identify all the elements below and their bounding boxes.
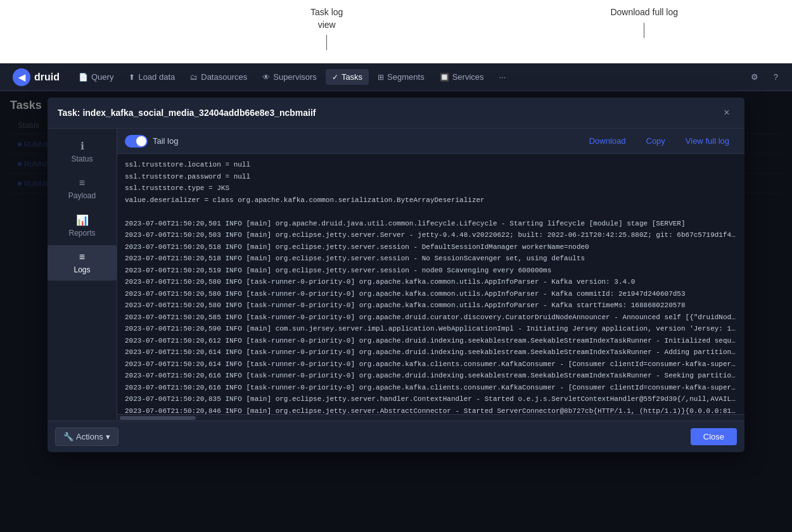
- nav-more[interactable]: ···: [493, 69, 513, 85]
- log-line: 2023-07-06T21:50:20,835 INFO [main] org.…: [125, 393, 737, 405]
- task-modal: Task: index_kafka_social_media_32404addb…: [48, 98, 744, 452]
- log-line: 2023-07-06T21:50:20,519 INFO [main] org.…: [125, 265, 737, 277]
- nav-supervisors-label: Supervisors: [273, 72, 317, 82]
- modal-overlay: Task: index_kafka_social_media_32404addb…: [0, 91, 792, 532]
- help-icon: ?: [774, 72, 778, 82]
- log-line: 2023-07-06T21:50:20,580 INFO [task-runne…: [125, 288, 737, 300]
- nav-services[interactable]: 🔲 Services: [433, 69, 490, 85]
- log-scrollbar-horizontal[interactable]: [117, 414, 744, 421]
- reports-tab-label: Reports: [68, 229, 95, 238]
- nav-datasources[interactable]: 🗂 Datasources: [184, 69, 253, 85]
- tasks-icon: ✓: [332, 73, 338, 82]
- log-line: value.deserializer = class org.apache.ka…: [125, 194, 737, 206]
- log-content-area: Tail log Download Copy View full log ssl…: [117, 129, 744, 421]
- view-full-log-button[interactable]: View full log: [678, 134, 737, 148]
- log-line: 2023-07-06T21:50:20,846 INFO [main] org.…: [125, 405, 737, 415]
- log-line: 2023-07-06T21:50:20,612 INFO [task-runne…: [125, 335, 737, 347]
- nav-query[interactable]: 📄 Query: [72, 69, 120, 85]
- modal-close-button[interactable]: ×: [719, 105, 734, 120]
- log-line: 2023-07-06T21:50:20,614 INFO [task-runne…: [125, 358, 737, 370]
- copy-log-button[interactable]: Copy: [639, 134, 673, 148]
- log-line: 2023-07-06T21:50:20,585 INFO [task-runne…: [125, 312, 737, 324]
- log-line: [125, 206, 737, 218]
- app-logo[interactable]: ◀ druid: [8, 66, 65, 89]
- status-tab-icon: ℹ: [80, 140, 84, 152]
- log-actions: Download Copy View full log: [582, 134, 737, 148]
- nav-tasks-label: Tasks: [342, 72, 362, 82]
- log-text-area[interactable]: ssl.truststore.location = nullssl.trusts…: [117, 154, 744, 414]
- modal-title: Task: index_kafka_social_media_32404addb…: [58, 108, 316, 118]
- modal-tab-status[interactable]: ℹ Status: [48, 134, 117, 170]
- log-line: ssl.truststore.password = null: [125, 171, 737, 183]
- log-line: 2023-07-06T21:50:20,518 INFO [main] org.…: [125, 253, 737, 265]
- nav-services-label: Services: [452, 72, 484, 82]
- log-line: 2023-07-06T21:50:20,518 INFO [main] org.…: [125, 241, 737, 253]
- nav-load-data[interactable]: ⬆ Load data: [122, 69, 181, 85]
- tail-log-label: Tail log: [153, 136, 178, 146]
- nav-load-data-label: Load data: [138, 72, 175, 82]
- help-button[interactable]: ?: [767, 69, 784, 85]
- modal-header: Task: index_kafka_social_media_32404addb…: [48, 98, 744, 129]
- log-line: 2023-07-06T21:50:20,614 INFO [task-runne…: [125, 346, 737, 358]
- modal-tab-logs[interactable]: ≡ Logs: [48, 245, 117, 281]
- log-toolbar: Tail log Download Copy View full log: [117, 129, 744, 154]
- nav-segments[interactable]: ⊞ Segments: [371, 69, 431, 85]
- log-line: 2023-07-06T21:50:20,590 INFO [main] com.…: [125, 323, 737, 335]
- query-icon: 📄: [79, 73, 88, 82]
- logs-tab-label: Logs: [73, 265, 90, 274]
- reports-tab-icon: 📊: [76, 214, 89, 226]
- nav-datasources-label: Datasources: [201, 72, 247, 82]
- logo-text: druid: [34, 72, 60, 83]
- tail-log-toggle[interactable]: Tail log: [125, 135, 178, 148]
- load-data-icon: ⬆: [129, 73, 135, 82]
- actions-button[interactable]: 🔧 Actions ▾: [55, 428, 118, 446]
- modal-body: ℹ Status ≡ Payload 📊 Reports ≡ Logs: [48, 129, 744, 421]
- annotation-download-full-log: Download full log: [610, 6, 678, 38]
- log-line: ssl.truststore.type = JKS: [125, 182, 737, 194]
- wrench-icon: 🔧: [63, 432, 73, 441]
- log-line: 2023-07-06T21:50:20,616 INFO [task-runne…: [125, 370, 737, 382]
- settings-button[interactable]: ⚙: [744, 69, 765, 85]
- log-line: 2023-07-06T21:50:20,580 INFO [task-runne…: [125, 300, 737, 312]
- actions-label: Actions: [76, 432, 103, 441]
- modal-footer: 🔧 Actions ▾ Close: [48, 421, 744, 452]
- modal-tab-reports[interactable]: 📊 Reports: [48, 208, 117, 244]
- payload-tab-label: Payload: [68, 191, 96, 200]
- nav-supervisors[interactable]: 👁 Supervisors: [256, 69, 323, 85]
- log-line: 2023-07-06T21:50:20,503 INFO [main] org.…: [125, 229, 737, 241]
- log-line: 2023-07-06T21:50:20,580 INFO [task-runne…: [125, 276, 737, 288]
- nav-segments-label: Segments: [387, 72, 425, 82]
- logs-tab-icon: ≡: [79, 251, 85, 263]
- segments-icon: ⊞: [378, 73, 384, 82]
- actions-chevron-icon: ▾: [106, 432, 110, 441]
- logo-icon: ◀: [13, 68, 30, 86]
- settings-icon: ⚙: [751, 72, 758, 82]
- download-log-button[interactable]: Download: [582, 134, 634, 148]
- nav-tasks[interactable]: ✓ Tasks: [326, 69, 369, 85]
- scrollbar-thumb: [120, 416, 196, 420]
- tail-log-switch[interactable]: [125, 135, 148, 148]
- nav-query-label: Query: [91, 72, 113, 82]
- log-line: ssl.truststore.location = null: [125, 159, 737, 171]
- more-icon: ···: [499, 72, 506, 82]
- log-line: 2023-07-06T21:50:20,616 INFO [task-runne…: [125, 382, 737, 394]
- close-modal-button[interactable]: Close: [691, 428, 737, 445]
- log-line: 2023-07-06T21:50:20,501 INFO [main] org.…: [125, 218, 737, 230]
- payload-tab-icon: ≡: [79, 177, 85, 189]
- services-icon: 🔲: [440, 73, 449, 82]
- datasources-icon: 🗂: [190, 73, 198, 82]
- navbar: ◀ druid 📄 Query ⬆ Load data 🗂 Datasource…: [0, 63, 792, 91]
- status-tab-label: Status: [71, 155, 93, 163]
- modal-tab-payload[interactable]: ≡ Payload: [48, 171, 117, 206]
- modal-sidebar: ℹ Status ≡ Payload 📊 Reports ≡ Logs: [48, 129, 117, 421]
- supervisors-icon: 👁: [262, 73, 270, 82]
- annotation-task-log-view: Task log view: [310, 6, 343, 50]
